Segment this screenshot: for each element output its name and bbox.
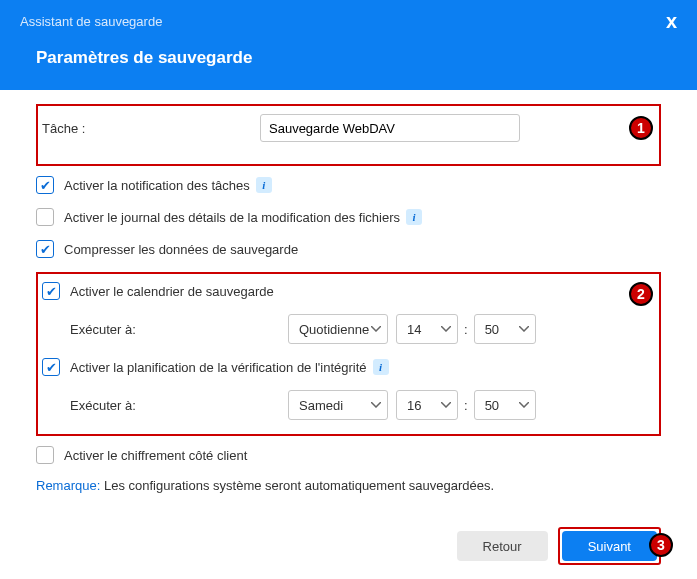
checkbox-compress[interactable]	[36, 240, 54, 258]
annotation-box-3: Suivant 3	[558, 527, 661, 565]
checkbox-client-encryption[interactable]	[36, 446, 54, 464]
annotation-box-2: 2 Activer le calendrier de sauvegarde Ex…	[36, 272, 661, 436]
label-task-notification: Activer la notification des tâches	[64, 178, 250, 193]
annotation-badge-2: 2	[629, 282, 653, 306]
remark-label: Remarque:	[36, 478, 100, 493]
annotation-badge-3: 3	[649, 533, 673, 557]
close-icon[interactable]: x	[666, 10, 677, 33]
remark-text: Les configurations système seront automa…	[100, 478, 494, 493]
backup-frequency-value: Quotidienne	[299, 322, 369, 337]
integrity-minute-value: 50	[485, 398, 499, 413]
checkbox-backup-schedule[interactable]	[42, 282, 60, 300]
time-separator: :	[464, 398, 468, 413]
info-icon[interactable]: i	[373, 359, 389, 375]
next-button[interactable]: Suivant	[562, 531, 657, 561]
wizard-title: Assistant de sauvegarde	[20, 14, 162, 29]
chevron-down-icon	[441, 402, 451, 408]
integrity-frequency-value: Samedi	[299, 398, 343, 413]
checkbox-integrity-schedule[interactable]	[42, 358, 60, 376]
time-separator: :	[464, 322, 468, 337]
run-at-label: Exécuter à:	[70, 322, 288, 337]
integrity-frequency-select[interactable]: Samedi	[288, 390, 388, 420]
integrity-hour-select[interactable]: 16	[396, 390, 458, 420]
info-icon[interactable]: i	[256, 177, 272, 193]
run-at-label: Exécuter à:	[70, 398, 288, 413]
info-icon[interactable]: i	[406, 209, 422, 225]
label-client-encryption: Activer le chiffrement côté client	[64, 448, 247, 463]
remark-line: Remarque: Les configurations système ser…	[36, 478, 661, 493]
label-file-change-log: Activer le journal des détails de la mod…	[64, 210, 400, 225]
backup-hour-select[interactable]: 14	[396, 314, 458, 344]
back-button[interactable]: Retour	[457, 531, 548, 561]
label-backup-schedule: Activer le calendrier de sauvegarde	[70, 284, 274, 299]
task-name-input[interactable]	[260, 114, 520, 142]
backup-minute-select[interactable]: 50	[474, 314, 536, 344]
label-compress: Compresser les données de sauvegarde	[64, 242, 298, 257]
backup-frequency-select[interactable]: Quotidienne	[288, 314, 388, 344]
backup-minute-value: 50	[485, 322, 499, 337]
backup-hour-value: 14	[407, 322, 421, 337]
chevron-down-icon	[519, 402, 529, 408]
checkbox-file-change-log[interactable]	[36, 208, 54, 226]
chevron-down-icon	[519, 326, 529, 332]
checkbox-task-notification[interactable]	[36, 176, 54, 194]
page-title: Paramètres de sauvegarde	[36, 48, 661, 68]
chevron-down-icon	[371, 326, 381, 332]
task-label: Tâche :	[42, 121, 260, 136]
label-integrity-schedule: Activer la planification de la vérificat…	[70, 360, 367, 375]
annotation-badge-1: 1	[629, 116, 653, 140]
integrity-hour-value: 16	[407, 398, 421, 413]
chevron-down-icon	[441, 326, 451, 332]
annotation-box-1: Tâche : 1	[36, 104, 661, 166]
chevron-down-icon	[371, 402, 381, 408]
integrity-minute-select[interactable]: 50	[474, 390, 536, 420]
